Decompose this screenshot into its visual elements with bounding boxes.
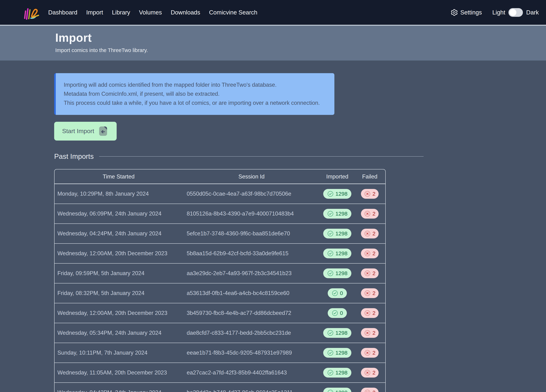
session-id-cell: ea27cac2-a7fd-42f3-85b9-4402ffa61643 bbox=[183, 363, 320, 383]
x-circle-icon bbox=[364, 190, 371, 197]
imported-cell: 1298 bbox=[320, 363, 354, 383]
table-row: Friday, 08:32PM, 5th January 2024a53613d… bbox=[54, 283, 385, 303]
nav-item-downloads[interactable]: Downloads bbox=[171, 9, 200, 16]
failed-badge: 2 bbox=[361, 368, 379, 378]
session-id-cell: 0550d05c-0cae-4ea7-a63f-98bc7d70506e bbox=[183, 184, 320, 204]
import-info-box: Importing will add comics identified fro… bbox=[54, 73, 334, 115]
failed-count: 2 bbox=[372, 191, 376, 196]
session-id-cell: aa3e29dc-2eb7-4a93-967f-2b3c34541b23 bbox=[183, 263, 320, 283]
session-id-cell: be38dd2a-b748-4d37-86cb-9604c25a1211 bbox=[183, 383, 320, 392]
failed-badge: 2 bbox=[361, 189, 379, 199]
threetwo-logo[interactable] bbox=[22, 4, 40, 21]
imported-badge: 1298 bbox=[323, 348, 351, 358]
failed-count: 2 bbox=[372, 350, 376, 355]
nav-item-volumes[interactable]: Volumes bbox=[139, 9, 162, 16]
gear-icon bbox=[450, 9, 458, 16]
col-header-time-started: Time Started bbox=[54, 170, 183, 184]
check-circle-icon bbox=[327, 350, 334, 356]
x-circle-icon bbox=[364, 250, 371, 257]
failed-count: 2 bbox=[372, 390, 376, 392]
nav-item-dashboard[interactable]: Dashboard bbox=[48, 9, 77, 16]
check-circle-icon bbox=[327, 369, 334, 376]
file-import-icon bbox=[98, 125, 109, 137]
info-line-3: This process could take a while, if you … bbox=[64, 98, 326, 107]
imported-count: 1298 bbox=[336, 231, 348, 236]
failed-cell: 2 bbox=[354, 243, 385, 263]
imported-badge: 1298 bbox=[323, 189, 351, 199]
table-row: Friday, 09:59PM, 5th January 2024aa3e29d… bbox=[54, 263, 385, 283]
failed-cell: 2 bbox=[354, 204, 385, 224]
session-id-cell: 5b8aa15d-62b9-42cf-bcfd-33a0de9fe615 bbox=[183, 243, 320, 263]
settings-button[interactable]: Settings bbox=[450, 9, 482, 16]
past-imports-divider bbox=[99, 156, 424, 157]
imported-count: 0 bbox=[340, 290, 343, 296]
table-row: Wednesday, 11:05AM, 20th December 2023ea… bbox=[54, 363, 385, 383]
nav-item-import[interactable]: Import bbox=[86, 9, 103, 16]
x-circle-icon bbox=[364, 210, 371, 217]
past-imports-title: Past Imports bbox=[54, 152, 94, 160]
imported-cell: 0 bbox=[320, 283, 354, 303]
time-started-cell: Friday, 08:32PM, 5th January 2024 bbox=[54, 283, 183, 303]
imported-count: 1298 bbox=[336, 271, 348, 276]
failed-cell: 2 bbox=[354, 303, 385, 323]
table-row: Wednesday, 12:00AM, 20th December 20233b… bbox=[54, 303, 385, 323]
x-circle-icon bbox=[364, 230, 371, 237]
session-id-cell: a53613df-0fb1-4ea6-a4cb-bc4c8159ce60 bbox=[183, 283, 320, 303]
failed-badge: 2 bbox=[361, 248, 379, 258]
failed-cell: 2 bbox=[354, 283, 385, 303]
col-header-imported: Imported bbox=[320, 170, 354, 184]
theme-switcher: Light Dark bbox=[492, 8, 539, 17]
imported-badge: 1298 bbox=[323, 328, 351, 338]
x-circle-icon bbox=[364, 290, 371, 296]
theme-light-label: Light bbox=[492, 9, 505, 16]
imported-count: 1298 bbox=[336, 251, 348, 256]
failed-badge: 2 bbox=[361, 348, 379, 358]
time-started-cell: Wednesday, 04:42PM, 24th January 2024 bbox=[54, 383, 183, 392]
imported-cell: 1298 bbox=[320, 184, 354, 204]
failed-badge: 2 bbox=[361, 288, 379, 298]
session-id-cell: dae8cfd7-c833-4177-bedd-2bb5cbc231de bbox=[183, 323, 320, 343]
check-circle-icon bbox=[327, 210, 334, 217]
imported-badge: 1298 bbox=[323, 368, 351, 378]
time-started-cell: Sunday, 10:11PM, 7th January 2024 bbox=[54, 343, 183, 363]
start-import-button[interactable]: Start Import bbox=[54, 122, 117, 141]
imported-count: 1298 bbox=[336, 370, 348, 375]
start-import-label: Start Import bbox=[62, 128, 94, 135]
theme-toggle[interactable] bbox=[508, 8, 523, 17]
time-started-cell: Wednesday, 12:00AM, 20th December 2023 bbox=[54, 243, 183, 263]
failed-count: 2 bbox=[372, 330, 376, 336]
table-row: Sunday, 10:11PM, 7th January 2024eeae1b7… bbox=[54, 343, 385, 363]
check-circle-icon bbox=[327, 190, 334, 197]
imported-count: 1298 bbox=[336, 191, 348, 196]
imported-cell: 1298 bbox=[320, 383, 354, 392]
check-circle-icon bbox=[332, 290, 338, 296]
imported-badge: 1298 bbox=[323, 248, 351, 258]
imported-cell: 1298 bbox=[320, 323, 354, 343]
imported-count: 0 bbox=[340, 310, 343, 316]
imported-badge: 1298 bbox=[323, 209, 351, 219]
nav-item-comicvine-search[interactable]: Comicvine Search bbox=[209, 9, 258, 16]
theme-dark-label: Dark bbox=[526, 9, 539, 16]
page-header: Import Import comics into the ThreeTwo l… bbox=[0, 26, 546, 60]
col-header-session-id: Session Id bbox=[183, 170, 320, 184]
x-circle-icon bbox=[364, 369, 371, 376]
x-circle-icon bbox=[364, 389, 371, 392]
imported-count: 1298 bbox=[336, 330, 348, 336]
table-row: Wednesday, 06:09PM, 24th January 2024810… bbox=[54, 204, 385, 224]
past-imports-table: Time Started Session Id Imported Failed … bbox=[54, 169, 386, 392]
check-circle-icon bbox=[327, 389, 334, 392]
imported-badge: 1298 bbox=[323, 388, 351, 392]
session-id-cell: eeae1b71-f8b3-45dc-9205-487931e97989 bbox=[183, 343, 320, 363]
failed-count: 2 bbox=[372, 310, 376, 316]
nav-links: Dashboard Import Library Volumes Downloa… bbox=[48, 9, 257, 16]
time-started-cell: Wednesday, 04:24PM, 24th January 2024 bbox=[54, 224, 183, 243]
info-line-2: Metadata from ComicInfo.xml, if present,… bbox=[64, 89, 326, 98]
check-circle-icon bbox=[327, 270, 334, 277]
failed-badge: 2 bbox=[361, 209, 379, 219]
failed-cell: 2 bbox=[354, 184, 385, 204]
imported-cell: 1298 bbox=[320, 204, 354, 224]
nav-item-library[interactable]: Library bbox=[112, 9, 130, 16]
x-circle-icon bbox=[364, 310, 371, 316]
theme-toggle-knob bbox=[509, 9, 516, 16]
imported-cell: 1298 bbox=[320, 243, 354, 263]
